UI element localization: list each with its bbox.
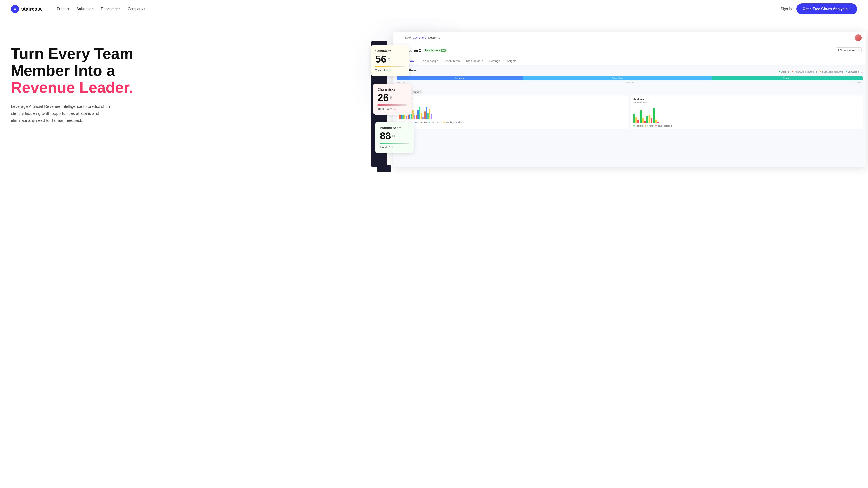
sentiment-chart-legend: Positive Neutral Issues detected <box>633 125 860 127</box>
health-score-badge: Health score 80 <box>423 48 447 53</box>
acquisition-phase: Acquisition <box>397 76 523 80</box>
dashboard-topbar: ← ← Back Customers / Neuron X <box>393 32 866 44</box>
charts-container: 5 Trend: 9% ↑ <box>397 95 863 129</box>
bar-yellow-4 <box>429 109 430 119</box>
tab-insights[interactable]: Insights <box>503 57 520 65</box>
sentiment-trend: Trend: 9% ↗ <box>375 69 405 72</box>
qbr-legend: QBR +8 <box>779 70 789 73</box>
tab-relationships[interactable]: Relationships <box>417 57 441 65</box>
bar-group-3 <box>416 107 424 119</box>
churn-info-icon[interactable]: ⊡ <box>390 96 393 99</box>
ticket-tag: Ticket × <box>412 90 422 94</box>
nav-product[interactable]: Product <box>54 5 72 13</box>
sector-selector[interactable]: US market sector <box>836 47 862 53</box>
s-bar-neu-2 <box>642 119 644 123</box>
s-bar-pos-3 <box>647 116 648 123</box>
sentiment-bar <box>375 66 405 67</box>
tags-row: Calendar × Ticket × <box>397 90 863 94</box>
legend-issues: Issues detected <box>655 125 672 127</box>
cta-arrow-icon: › <box>849 6 851 11</box>
bottom-dark-bar <box>377 165 391 172</box>
nav-actions: Sign in Get a Free Churn Analysis › <box>781 3 857 14</box>
cta-button[interactable]: Get a Free Churn Analysis › <box>796 3 857 14</box>
activity-chart-legend: Demo emails Hourglass Demo chats <box>399 121 626 123</box>
churn-label: Churn risks <box>377 88 407 91</box>
legend-dot-hourglass <box>415 122 416 123</box>
bar-yellow-2 <box>412 110 414 119</box>
nav-solutions[interactable]: Solutions ▾ <box>73 5 97 13</box>
nav-resources[interactable]: Resources ▾ <box>98 5 123 13</box>
tab-settings[interactable]: Settings <box>486 57 503 65</box>
s-bar-neg-1 <box>638 120 639 123</box>
legend-dot-neutral <box>645 125 646 127</box>
breadcrumb-current: Neuron X <box>428 36 440 39</box>
hero-left: Turn Every Team Member Into a Revenue Le… <box>11 32 366 124</box>
tab-open-items[interactable]: Open Items <box>441 57 463 65</box>
sentiment-card: Sentiment 56 ⊡ Trend: 9% ↗ <box>371 45 409 76</box>
sign-in-link[interactable]: Sign in <box>781 7 792 11</box>
renewal-legend: Renewal mentioned +3 <box>792 70 817 73</box>
s-bar-neu-3 <box>649 115 650 123</box>
onboarding-legend: Onboarding +3 <box>846 70 863 73</box>
bar-blue-3 <box>417 110 419 119</box>
s-bar-group-4 <box>653 108 659 123</box>
logo-link[interactable]: ≡ staircase <box>11 5 43 13</box>
tab-stackholders[interactable]: Stackholders <box>463 57 486 65</box>
sentiment-chart-label: Sentiment <box>633 98 645 100</box>
logo-icon: ≡ <box>11 5 19 13</box>
legend-neutral: Neutral <box>645 125 653 127</box>
sentiment-chart-header: Sentiment <box>633 98 860 100</box>
churn-bar <box>377 104 407 105</box>
hero-title: Turn Every Team Member Into a Revenue Le… <box>11 45 366 96</box>
sentiment-trend-up-icon: ↗ <box>389 69 391 72</box>
nav-links: Product Solutions ▾ Resources ▾ Company … <box>54 5 780 13</box>
bar-green-2 <box>411 113 412 119</box>
breadcrumb-customers[interactable]: Customers <box>413 36 426 39</box>
legend-dot-tickets <box>456 122 457 123</box>
s-bar-neg-3 <box>651 119 652 123</box>
legend-tickets: Tickets <box>456 121 464 123</box>
nav-company[interactable]: Company ▾ <box>125 5 149 13</box>
legend-meetings: Meetings <box>443 121 454 123</box>
health-score-value: 80 <box>441 49 446 52</box>
bar-yellow-3 <box>421 112 422 119</box>
product-score-value: 88 ⊡ <box>380 131 409 141</box>
activity-chart: 5 Trend: 9% ↑ <box>397 95 628 129</box>
product-bar <box>380 143 409 144</box>
user-avatar <box>855 34 862 41</box>
product-score-label: Product Score <box>380 126 409 130</box>
hero-right: Sentiment 56 ⊡ Trend: 9% ↗ Churn risks 2… <box>371 32 857 172</box>
bar-orange-4 <box>424 111 426 119</box>
legend-dot-demo-chats <box>429 122 430 123</box>
product-trend: Trend: 7 ↗ <box>380 146 409 149</box>
s-bar-group-1 <box>633 114 639 123</box>
bar-purple-4 <box>431 113 432 119</box>
bar-purple-2 <box>414 115 415 119</box>
sentiment-bars <box>633 105 860 123</box>
legend-hourglass: Hourglass <box>415 121 427 123</box>
back-button[interactable]: ← ← Back <box>398 36 411 39</box>
s-bar-pos-1 <box>633 114 635 123</box>
product-trend-up-icon: ↗ <box>391 146 393 149</box>
product-info-icon[interactable]: ⊡ <box>392 134 395 138</box>
s-bar-group-3 <box>647 115 652 123</box>
churn-value: 26 ⊡ <box>377 93 407 103</box>
bar-blue-4 <box>426 107 427 119</box>
bar-orange-3 <box>416 115 417 119</box>
transition-legend: Transition mentioned <box>820 70 843 73</box>
activity-bars <box>399 101 626 119</box>
sentiment-info-icon[interactable]: ⊡ <box>388 58 391 61</box>
solutions-chevron-icon: ▾ <box>92 7 94 10</box>
navbar: ≡ staircase Product Solutions ▾ Resource… <box>0 0 868 18</box>
bar-group-4 <box>424 107 432 119</box>
s-bar-pos-4 <box>653 108 655 123</box>
bar-purple-1 <box>405 116 407 119</box>
resources-chevron-icon: ▾ <box>119 7 121 10</box>
phase-bar: Acquisition Onboarding Adoption <box>397 76 863 80</box>
bar-green-1 <box>402 115 404 119</box>
bar-purple-3 <box>422 117 424 119</box>
hero-highlight: Revenue Leader. <box>11 79 133 96</box>
ticket-tag-remove[interactable]: × <box>420 91 421 93</box>
sentiment-label: Sentiment <box>375 49 405 53</box>
legend-dot-meetings <box>443 122 445 123</box>
